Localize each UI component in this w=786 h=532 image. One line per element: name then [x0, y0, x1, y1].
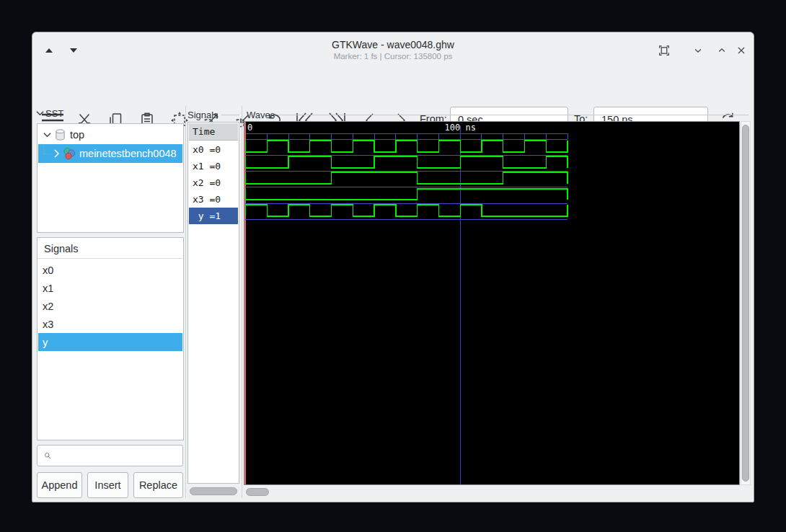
- values-hscrollbar[interactable]: [187, 486, 239, 496]
- value-row-y[interactable]: y =1: [189, 208, 238, 224]
- values-panel: Time x0 =0 x1 =0 x2 =0 x3 =0 y =1: [187, 122, 239, 484]
- minimize-button[interactable]: [689, 42, 707, 59]
- search-icon: [43, 450, 52, 461]
- close-button[interactable]: [733, 42, 750, 59]
- list-item-x3[interactable]: x3: [38, 315, 182, 333]
- chevron-down-icon: [692, 44, 705, 57]
- list-item-x1[interactable]: x1: [38, 279, 182, 297]
- sst-item-top[interactable]: top: [38, 125, 182, 144]
- sst-item-meinetestbench0048[interactable]: meinetestbench0048: [38, 144, 182, 163]
- append-button[interactable]: Append: [37, 472, 82, 498]
- insert-button[interactable]: Insert: [87, 472, 128, 498]
- keep-above-button[interactable]: [655, 42, 673, 59]
- wave-vscrollbar-thumb[interactable]: [742, 125, 749, 482]
- expander-down-icon: [43, 132, 51, 138]
- value-row-x1[interactable]: x1 =0: [189, 158, 238, 174]
- chevron-up-icon: [715, 44, 728, 57]
- signal-list-header: Signals: [38, 239, 182, 259]
- value-row-x0[interactable]: x0 =0: [189, 141, 238, 158]
- window-subtitle: Marker: 1 fs | Cursor: 135800 ps: [32, 52, 754, 61]
- wave-vscrollbar[interactable]: [741, 121, 751, 485]
- list-item-y[interactable]: y: [38, 333, 182, 351]
- list-item-x0[interactable]: x0: [38, 261, 182, 279]
- splitter-right[interactable]: [242, 106, 242, 498]
- maximize-button[interactable]: [713, 42, 730, 59]
- window-title: GTKWave - wave0048.ghw: [32, 39, 754, 50]
- values-frame-label: Signals: [187, 110, 218, 120]
- sst-expander-icon: [36, 110, 44, 116]
- value-row-x3[interactable]: x3 =0: [189, 191, 238, 208]
- time-header: Time: [189, 123, 238, 141]
- wave-hscrollbar-thumb[interactable]: [246, 488, 269, 496]
- gtkwave-window: GTKWave - wave0048.ghw Marker: 1 fs | Cu…: [32, 32, 754, 502]
- waveform-plot: 0100 ns: [244, 122, 739, 484]
- close-icon: [736, 45, 747, 56]
- title-block: GTKWave - wave0048.ghw Marker: 1 fs | Cu…: [32, 32, 754, 61]
- splitter-left[interactable]: [185, 106, 186, 498]
- replace-button[interactable]: Replace: [133, 472, 183, 498]
- toolbar: From: To:: [32, 64, 754, 106]
- wave-canvas[interactable]: 0100 ns: [244, 121, 740, 485]
- values-hscrollbar-thumb[interactable]: [190, 487, 237, 495]
- sst-tree: top meinetestbench0048: [37, 123, 184, 233]
- keep-above-icon: [657, 43, 671, 58]
- list-item-x2[interactable]: x2: [38, 297, 182, 315]
- tree-guide: [43, 146, 50, 154]
- signal-list-panel: Signals x0 x1 x2 x3 y: [37, 237, 184, 440]
- hierarchy-cylinder-icon: [54, 128, 66, 141]
- waves-frame-groove: [278, 115, 749, 115]
- search-input[interactable]: [52, 445, 182, 466]
- expander-right-icon: [53, 149, 60, 158]
- value-row-x2[interactable]: x2 =0: [189, 174, 238, 191]
- titlebar[interactable]: GTKWave - wave0048.ghw Marker: 1 fs | Cu…: [32, 32, 754, 64]
- module-icon: [63, 147, 76, 160]
- waves-frame-label: Waves: [247, 110, 275, 120]
- sst-header[interactable]: SST: [45, 108, 63, 119]
- signal-search-box: [37, 445, 183, 466]
- values-frame-groove: [221, 115, 239, 115]
- svg-text:0: 0: [247, 123, 252, 133]
